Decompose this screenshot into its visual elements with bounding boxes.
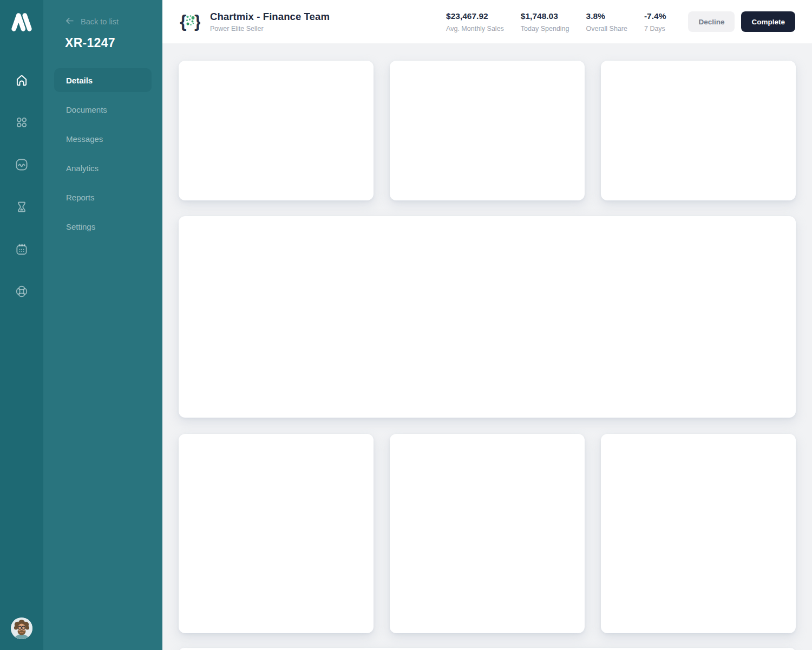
sidebar-item-documents[interactable]: Documents xyxy=(54,98,152,121)
card-wide xyxy=(179,216,796,418)
stat-7-days: -7.4% 7 Days xyxy=(644,11,666,32)
sidebar-item-reports[interactable]: Reports xyxy=(54,185,152,209)
card-bottom-2 xyxy=(390,434,585,633)
arrow-left-icon xyxy=(65,16,74,27)
rail-icon-nav xyxy=(15,73,29,298)
back-to-list-label: Back to list xyxy=(81,17,119,26)
card-bottom-3 xyxy=(601,434,796,633)
user-avatar[interactable] xyxy=(11,618,32,639)
card-top-1 xyxy=(179,61,374,200)
svg-text:}: } xyxy=(194,11,200,31)
calendar-icon[interactable] xyxy=(15,242,29,256)
chartmix-logo-icon: { } xyxy=(180,11,200,32)
card-row-top xyxy=(179,61,796,200)
home-icon[interactable] xyxy=(15,73,29,87)
stat-value: $23,467.92 xyxy=(446,11,504,21)
hourglass-icon[interactable] xyxy=(15,200,29,214)
record-id-title: XR-1247 xyxy=(65,36,162,50)
sidebar-nav: Details Documents Messages Analytics Rep… xyxy=(43,68,162,244)
sidebar: Back to list XR-1247 Details Documents M… xyxy=(43,0,162,650)
page-subtitle: Power Elite Seller xyxy=(210,25,330,32)
lifebuoy-icon[interactable] xyxy=(15,284,29,298)
decline-button[interactable]: Decline xyxy=(688,11,735,32)
stat-label: Overall Share xyxy=(586,25,627,32)
stat-label: 7 Days xyxy=(644,25,666,32)
card-row-bottom xyxy=(179,434,796,633)
stat-label: Today Spending xyxy=(521,25,569,32)
app-root: Back to list XR-1247 Details Documents M… xyxy=(0,0,812,650)
svg-text:{: { xyxy=(180,11,186,31)
icon-rail xyxy=(0,0,43,650)
header-actions: Decline Complete xyxy=(688,11,795,32)
stat-overall-share: 3.8% Overall Share xyxy=(586,11,627,32)
header-stats: $23,467.92 Avg. Monthly Sales $1,748.03 … xyxy=(446,11,666,32)
back-to-list-link[interactable]: Back to list xyxy=(65,16,162,27)
stat-value: 3.8% xyxy=(586,11,627,21)
stat-today-spending: $1,748.03 Today Spending xyxy=(521,11,569,32)
sidebar-item-settings[interactable]: Settings xyxy=(54,214,152,238)
complete-button[interactable]: Complete xyxy=(741,11,795,32)
stat-label: Avg. Monthly Sales xyxy=(446,25,504,32)
sidebar-item-analytics[interactable]: Analytics xyxy=(54,156,152,180)
sidebar-item-details[interactable]: Details xyxy=(54,68,152,92)
sidebar-item-messages[interactable]: Messages xyxy=(54,127,152,151)
card-top-2 xyxy=(390,61,585,200)
page-header: { } Chartmix - Fina xyxy=(162,0,812,43)
header-title-block: Chartmix - Finance Team Power Elite Sell… xyxy=(210,11,330,32)
app-logo-icon[interactable] xyxy=(9,9,34,34)
stat-avg-monthly-sales: $23,467.92 Avg. Monthly Sales xyxy=(446,11,504,32)
page-title: Chartmix - Finance Team xyxy=(210,11,330,23)
stat-value: -7.4% xyxy=(644,11,666,21)
activity-icon[interactable] xyxy=(15,158,29,172)
content-area xyxy=(162,43,812,650)
grid-icon[interactable] xyxy=(15,115,29,129)
card-next-peek xyxy=(179,648,796,650)
stat-value: $1,748.03 xyxy=(521,11,569,21)
main-column: { } Chartmix - Fina xyxy=(162,0,812,650)
card-top-3 xyxy=(601,61,796,200)
card-bottom-1 xyxy=(179,434,374,633)
